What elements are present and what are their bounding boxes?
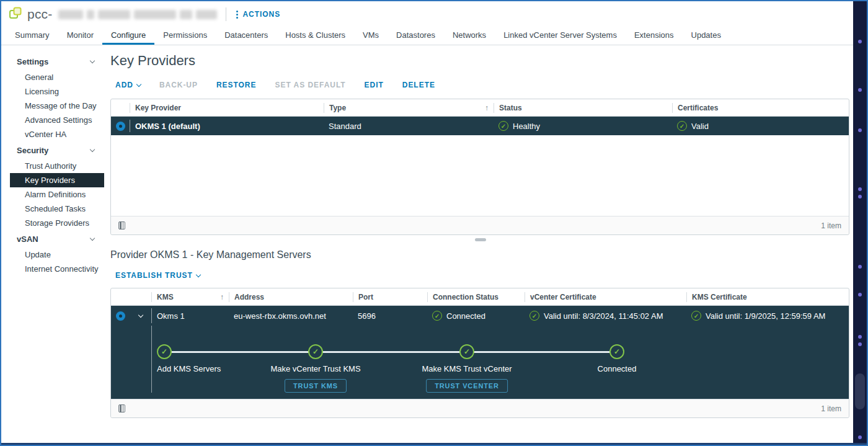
taskbar-dot-icon — [858, 342, 862, 346]
redacted-title — [58, 10, 217, 19]
key-provider-row[interactable]: OKMS 1 (default) Standard Healthy Valid — [111, 117, 849, 135]
tab-extensions[interactable]: Extensions — [626, 28, 683, 45]
row-radio-selected[interactable] — [116, 311, 125, 321]
step-label-connected: Connected — [549, 364, 685, 373]
taskbar-dot-icon — [858, 187, 862, 191]
tab-datacenters[interactable]: Datacenters — [216, 28, 277, 45]
taskbar-dot-icon — [858, 195, 862, 198]
tab-linked-vcenter[interactable]: Linked vCenter Server Systems — [495, 28, 626, 45]
step-label-make-vcenter-trust-kms: Make vCenter Trust KMS — [247, 364, 384, 373]
kebab-icon — [236, 11, 238, 19]
connected-check-icon — [432, 311, 442, 321]
cell-certificates: Valid — [672, 120, 849, 132]
kms-cert-text: Valid until: 1/9/2025, 12:59:59 AM — [706, 311, 825, 321]
chevron-down-icon — [90, 147, 95, 152]
connection-status-text: Connected — [446, 311, 485, 321]
key-providers-toolbar: ADD BACK-UP RESTORE SET AS DEFAULT EDIT … — [110, 81, 851, 89]
trust-vcenter-button[interactable]: TRUST VCENTER — [426, 379, 508, 393]
chevron-down-icon — [136, 81, 141, 86]
sidebar-item-key-providers[interactable]: Key Providers — [10, 173, 104, 187]
column-header-kms[interactable]: KMS — [151, 292, 229, 302]
sidebar-item-internet-connectivity[interactable]: Internet Connectivity — [10, 262, 104, 276]
column-settings-icon[interactable] — [118, 404, 125, 413]
valid-check-icon — [529, 311, 539, 321]
sidebar-item-advanced-settings[interactable]: Advanced Settings — [10, 113, 104, 127]
page-title-prefix: pcc- — [27, 7, 52, 22]
taskbar-dot-icon — [858, 435, 862, 439]
tab-datastores[interactable]: Datastores — [388, 28, 444, 45]
column-header-certificates[interactable]: Certificates — [672, 103, 849, 113]
sidebar-item-message-of-the-day[interactable]: Message of the Day — [10, 99, 104, 113]
sidebar-item-update[interactable]: Update — [10, 248, 104, 262]
tab-permissions[interactable]: Permissions — [154, 28, 216, 45]
step-complete-check-icon — [157, 344, 172, 359]
column-header-kms-certificate[interactable]: KMS Certificate — [686, 292, 849, 302]
sidebar-item-scheduled-tasks[interactable]: Scheduled Tasks — [10, 202, 104, 216]
restore-button[interactable]: RESTORE — [216, 81, 257, 89]
backup-button[interactable]: BACK-UP — [159, 81, 198, 89]
configure-sidebar: Settings General Licensing Message of th… — [1, 45, 104, 443]
item-count: 1 item — [821, 404, 841, 413]
sidebar-item-storage-providers[interactable]: Storage Providers — [10, 216, 104, 230]
taskbar-dot-icon — [858, 40, 862, 43]
taskbar-dot-icon — [858, 88, 862, 92]
tab-networks[interactable]: Networks — [444, 28, 495, 45]
edit-button[interactable]: EDIT — [365, 81, 384, 89]
taskbar-blob — [855, 373, 865, 409]
object-header: pcc- ACTIONS — [1, 1, 853, 27]
sidebar-item-licensing[interactable]: Licensing — [10, 84, 104, 99]
column-header-connection-status[interactable]: Connection Status — [427, 292, 525, 302]
vcenter-entity-icon — [9, 6, 22, 22]
sidebar-item-general[interactable]: General — [10, 70, 104, 84]
kms-table: KMS Address Port Connection Status — [110, 288, 849, 418]
cell-connection-status: Connected — [427, 308, 525, 323]
header-divider — [226, 7, 226, 21]
tab-vms[interactable]: VMs — [354, 28, 388, 45]
trust-kms-button[interactable]: TRUST KMS — [285, 379, 347, 393]
actions-label: ACTIONS — [242, 10, 280, 19]
set-as-default-button[interactable]: SET AS DEFAULT — [275, 81, 345, 89]
key-providers-panel: Key Providers ADD BACK-UP RESTORE SET AS… — [104, 45, 853, 443]
tab-hosts-clusters[interactable]: Hosts & Clusters — [277, 28, 354, 45]
status-text: Healthy — [513, 122, 540, 131]
kms-row[interactable]: Okms 1 eu-west-rbx.okms.ovh.net 5696 Con… — [111, 306, 849, 326]
column-settings-icon[interactable] — [118, 221, 125, 230]
chevron-down-icon — [196, 272, 201, 277]
tab-monitor[interactable]: Monitor — [58, 28, 102, 45]
taskbar-dot-icon — [858, 265, 862, 269]
delete-button[interactable]: DELETE — [402, 81, 435, 89]
cell-key-provider: OKMS 1 (default) — [130, 120, 324, 132]
column-label: Address — [234, 293, 264, 301]
sidebar-section-security[interactable]: Security — [1, 141, 104, 159]
tab-summary[interactable]: Summary — [6, 28, 58, 45]
table-header-row: KMS Address Port Connection Status — [111, 288, 849, 306]
column-header-address[interactable]: Address — [229, 292, 353, 302]
establish-trust-button[interactable]: ESTABLISH TRUST — [115, 271, 200, 280]
sidebar-section-label: Settings — [17, 57, 48, 66]
column-header-key-provider[interactable]: Key Provider — [130, 103, 324, 113]
section-title: Key Providers — [110, 53, 851, 69]
panel-splitter-handle[interactable] — [475, 238, 486, 241]
add-button[interactable]: ADD — [115, 81, 141, 89]
actions-menu-button[interactable]: ACTIONS — [236, 10, 280, 19]
row-radio-selected[interactable] — [116, 122, 125, 131]
table-footer: 1 item — [111, 216, 849, 234]
sidebar-item-trust-authority[interactable]: Trust Authority — [10, 159, 104, 173]
column-header-vcenter-certificate[interactable]: vCenter Certificate — [525, 292, 686, 302]
column-header-port[interactable]: Port — [353, 292, 427, 302]
tab-updates[interactable]: Updates — [683, 28, 730, 45]
sidebar-section-settings[interactable]: Settings — [1, 53, 104, 70]
collapse-row-chevron-icon[interactable] — [138, 312, 143, 317]
tab-configure[interactable]: Configure — [102, 28, 154, 45]
sidebar-item-alarm-definitions[interactable]: Alarm Definitions — [10, 187, 104, 202]
key-providers-table: Key Provider Type Status Certificates — [110, 99, 849, 235]
step-complete-check-icon — [308, 344, 323, 359]
step-label-make-kms-trust-vcenter: Make KMS Trust vCenter — [399, 364, 535, 373]
column-header-type[interactable]: Type — [324, 103, 494, 113]
sidebar-item-vcenter-ha[interactable]: vCenter HA — [10, 127, 104, 141]
cell-kms-certificate: Valid until: 1/9/2025, 12:59:59 AM — [686, 308, 849, 323]
sidebar-section-vsan[interactable]: vSAN — [1, 230, 104, 248]
cell-status: Healthy — [494, 120, 672, 132]
kms-section-title: Provider OKMS 1 - Key Management Servers — [110, 249, 851, 261]
column-header-status[interactable]: Status — [494, 103, 672, 113]
